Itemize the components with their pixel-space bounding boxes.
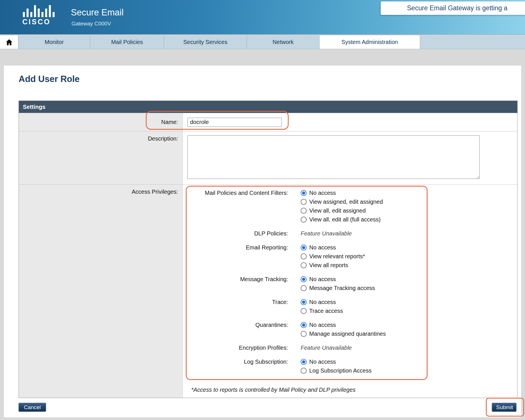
radio-selected-icon[interactable] <box>301 276 307 282</box>
privilege-group-message-tracking: Message Tracking: No access Message Trac… <box>187 275 513 293</box>
radio-option-no-access[interactable]: No access <box>301 275 375 284</box>
privilege-label: Email Reporting: <box>187 243 293 270</box>
screen: CISCO Secure Email Gateway C000V Secure … <box>0 0 525 420</box>
radio-unselected-icon[interactable] <box>301 331 307 337</box>
product-title: Secure Email <box>71 7 123 18</box>
content-card: Add User Role Settings Name: Description… <box>3 65 522 418</box>
privilege-group-log-subscription: Log Subscription: No access Log Subscrip… <box>187 357 513 375</box>
radio-selected-icon[interactable] <box>301 299 307 305</box>
settings-table: Settings Name: Description: Access Privi… <box>19 101 518 398</box>
privilege-group-trace: Trace: No access Trace access <box>187 298 513 315</box>
nav-home-button[interactable] <box>0 35 18 49</box>
feature-unavailable-text: Feature Unavailable <box>301 229 352 238</box>
radio-unselected-icon[interactable] <box>301 262 307 268</box>
radio-option-log-subscription-access[interactable]: Log Subscription Access <box>301 366 372 375</box>
radio-unselected-icon[interactable] <box>301 368 307 374</box>
settings-section-header: Settings <box>19 101 517 113</box>
privilege-label: Log Subscription: <box>187 357 293 375</box>
tab-network[interactable]: Network <box>247 35 320 49</box>
radio-unselected-icon[interactable] <box>301 199 307 205</box>
home-icon <box>5 38 13 46</box>
radio-option-view-assigned-edit-assigned[interactable]: View assigned, edit assigned <box>301 197 383 206</box>
radio-option-view-relevant-reports[interactable]: View relevant reports* <box>301 252 365 261</box>
description-textarea[interactable] <box>187 135 480 179</box>
radio-option-view-all-reports[interactable]: View all reports <box>301 261 365 270</box>
description-label: Description: <box>19 131 183 184</box>
tab-system-administration[interactable]: System Administration <box>320 35 420 49</box>
feature-unavailable-text: Feature Unavailable <box>301 343 352 352</box>
app-header: CISCO Secure Email Gateway C000V Secure … <box>0 0 525 35</box>
description-row: Description: <box>19 131 517 184</box>
main-nav: Monitor Mail Policies Security Services … <box>0 35 525 49</box>
radio-option-view-all-edit-all[interactable]: View all, edit all (full access) <box>301 215 383 224</box>
privilege-label: Quarantines: <box>187 321 293 338</box>
radio-unselected-icon[interactable] <box>301 308 307 314</box>
radio-selected-icon[interactable] <box>301 245 307 251</box>
privilege-label: Message Tracking: <box>187 275 293 293</box>
radio-option-no-access[interactable]: No access <box>301 243 365 252</box>
product-subtitle: Gateway C000V <box>71 21 111 27</box>
nav-filler <box>420 35 525 49</box>
radio-option-no-access[interactable]: No access <box>301 357 372 366</box>
radio-option-no-access[interactable]: No access <box>301 298 343 307</box>
cisco-logo: CISCO <box>22 5 65 26</box>
notification-banner[interactable]: Secure Email Gateway is getting a <box>381 1 525 15</box>
cisco-logo-bars-icon <box>23 5 55 17</box>
name-row: Name: <box>19 113 517 131</box>
name-input[interactable] <box>187 118 282 127</box>
page-title: Add User Role <box>19 74 80 84</box>
submit-button[interactable]: Submit <box>492 403 516 412</box>
radio-option-message-tracking-access[interactable]: Message Tracking access <box>301 284 375 293</box>
tab-monitor[interactable]: Monitor <box>18 35 90 49</box>
radio-unselected-icon[interactable] <box>301 208 307 214</box>
radio-selected-icon[interactable] <box>301 190 307 196</box>
cisco-logo-text: CISCO <box>22 18 65 26</box>
access-privileges-row: Access Privileges: Mail Policies and Con… <box>19 184 517 398</box>
privilege-label: DLP Policies: <box>187 229 293 238</box>
privilege-group-quarantines: Quarantines: No access Manage assigned q… <box>187 321 513 338</box>
radio-option-no-access[interactable]: No access <box>301 189 383 197</box>
privilege-label: Trace: <box>187 298 293 315</box>
radio-selected-icon[interactable] <box>301 322 307 328</box>
access-privileges-label: Access Privileges: <box>19 185 183 398</box>
radio-unselected-icon[interactable] <box>301 285 307 291</box>
radio-unselected-icon[interactable] <box>301 217 307 223</box>
tab-security-services[interactable]: Security Services <box>164 35 247 49</box>
privilege-group-mail-policies: Mail Policies and Content Filters: No ac… <box>187 189 513 224</box>
cancel-button[interactable]: Cancel <box>19 403 46 412</box>
name-label: Name: <box>19 113 183 131</box>
radio-option-no-access[interactable]: No access <box>301 321 386 329</box>
radio-selected-icon[interactable] <box>301 359 307 365</box>
privilege-label: Mail Policies and Content Filters: <box>187 189 293 224</box>
reports-footnote: *Access to reports is controlled by Mail… <box>191 387 513 393</box>
privilege-group-dlp-policies: DLP Policies: Feature Unavailable <box>187 229 513 238</box>
privilege-group-encryption-profiles: Encryption Profiles: Feature Unavailable <box>187 343 513 352</box>
radio-unselected-icon[interactable] <box>301 253 307 259</box>
tab-mail-policies[interactable]: Mail Policies <box>90 35 164 49</box>
privilege-group-email-reporting: Email Reporting: No access View relevant… <box>187 243 513 270</box>
radio-option-trace-access[interactable]: Trace access <box>301 307 343 315</box>
privilege-label: Encryption Profiles: <box>187 343 293 352</box>
radio-option-view-all-edit-assigned[interactable]: View all, edit assigned <box>301 206 383 215</box>
radio-option-manage-assigned-quarantines[interactable]: Manage assigned quarantines <box>301 329 386 338</box>
